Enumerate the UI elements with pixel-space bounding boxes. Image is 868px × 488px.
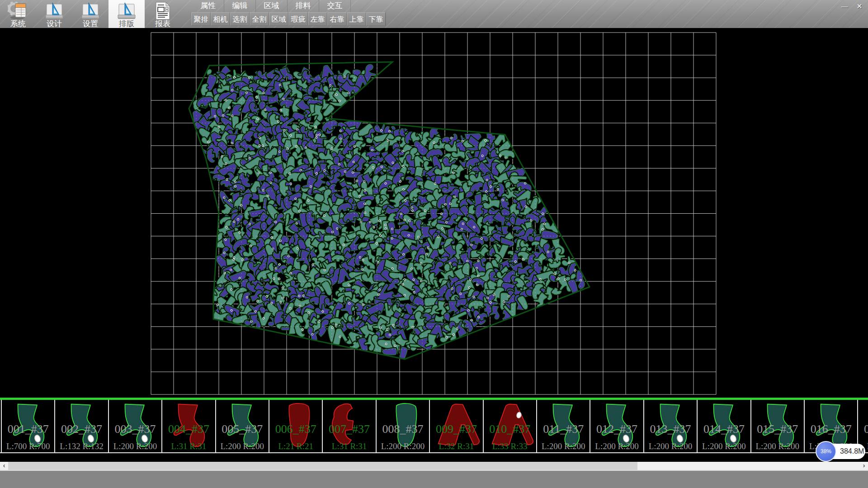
- piece-thumbnail[interactable]: 006_#37 L:21 R:21: [269, 400, 322, 453]
- main-toolbar: 系统 设计 设置 排版 报表属性编辑区域排料交互聚排相机选割全割区域瑕疵左靠右靠…: [0, 0, 868, 28]
- piece-lr-count: L:31 R:31: [162, 441, 215, 451]
- menu-tab[interactable]: 编辑: [224, 0, 256, 12]
- piece-thumbnail[interactable]: 004_#37 L:31 R:31: [161, 400, 215, 453]
- piece-lr-count: L:200 R:200: [751, 441, 804, 451]
- scroll-right-button[interactable]: ›: [860, 462, 868, 470]
- piece-id: 004_#37: [162, 422, 215, 436]
- piece-thumbnail[interactable]: 014_#37 L:200 R:200: [697, 400, 750, 453]
- piece-id: 013_#37: [644, 422, 697, 436]
- piece-lr-count: L:200 R:200: [109, 441, 161, 451]
- piece-thumbnail[interactable]: 013_#37 L:200 R:200: [643, 400, 697, 453]
- tool-button[interactable]: 聚排: [191, 12, 211, 26]
- piece-id: 001_#37: [2, 422, 54, 436]
- piece-id: 006_#37: [269, 422, 322, 436]
- piece-lr-count: L:200 R:200: [216, 441, 269, 451]
- scrollbar-thumb[interactable]: [8, 462, 637, 470]
- bigbutton-design-triangle[interactable]: 设计: [36, 0, 72, 28]
- bigbutton-label: 设计: [36, 20, 72, 28]
- piece-lr-count: L:32 R:31: [430, 441, 482, 451]
- piece-id: 017_#37: [858, 422, 868, 436]
- piece-lr-count: L:200 R:200: [590, 441, 643, 451]
- scroll-left-button[interactable]: ‹: [0, 462, 8, 470]
- nesting-triangle-icon: [116, 1, 137, 20]
- report-doc-icon: [152, 1, 173, 20]
- tool-button[interactable]: 左靠: [308, 12, 327, 26]
- nesting-canvas[interactable]: [0, 28, 868, 398]
- piece-id: 010_#37: [484, 422, 536, 436]
- menu-tab[interactable]: 排料: [288, 0, 319, 12]
- tool-button[interactable]: 区域: [269, 12, 288, 26]
- piece-lr-count: L:21 R:21: [269, 441, 322, 451]
- piece-id: 005_#37: [216, 422, 269, 436]
- piece-thumbnail[interactable]: 010_#37 L:33 R:33: [483, 400, 536, 453]
- tool-button[interactable]: 相机: [211, 12, 230, 26]
- piece-id: 009_#37: [430, 422, 482, 436]
- piece-thumbnail[interactable]: 007_#37 L:31 R:31: [322, 400, 375, 453]
- settings-triangle-icon: [80, 1, 101, 20]
- bigbutton-system-gear[interactable]: 系统: [0, 0, 36, 28]
- piece-thumbnail[interactable]: 012_#37 L:200 R:200: [590, 400, 643, 453]
- tool-button[interactable]: 下靠: [366, 12, 386, 26]
- close-button[interactable]: ✕: [853, 1, 866, 11]
- pieces-strip: 001_#37 L:700 R:700 002_#37 L:132 R:132 …: [0, 400, 868, 453]
- memory-badge: 38% 384.8M: [816, 444, 865, 459]
- tool-button[interactable]: 全割: [250, 12, 269, 26]
- piece-id: 002_#37: [55, 422, 108, 436]
- piece-thumbnail[interactable]: 002_#37 L:132 R:132: [54, 400, 108, 453]
- piece-id: 003_#37: [109, 422, 161, 436]
- piece-lr-count: L:200 R:200: [537, 441, 590, 451]
- bigbutton-nesting-triangle[interactable]: 排版: [108, 0, 145, 28]
- tool-button[interactable]: 瑕疵: [288, 12, 308, 26]
- menu-tab[interactable]: 属性: [193, 0, 224, 12]
- memory-label: 384.8M: [840, 447, 864, 455]
- bigbutton-label: 系统: [0, 20, 36, 28]
- piece-lr-count: L:31 R:31: [323, 441, 375, 451]
- piece-id: 011_#37: [537, 422, 590, 436]
- piece-thumbnail[interactable]: 009_#37 L:32 R:31: [429, 400, 482, 453]
- piece-id: 008_#37: [377, 422, 429, 436]
- bigbutton-label: 报表: [145, 20, 181, 28]
- piece-lr-count: L:200 R:200: [377, 441, 429, 451]
- piece-id: 016_#37: [805, 422, 857, 436]
- system-gear-icon: [8, 1, 28, 20]
- piece-thumbnail[interactable]: 001_#37 L:700 R:700: [1, 400, 54, 453]
- strip-bottom-border: [0, 452, 868, 453]
- menu-tab[interactable]: 交互: [319, 0, 351, 12]
- window-bottom-area: [0, 471, 868, 488]
- piece-thumbnail[interactable]: 008_#37 L:200 R:200: [376, 400, 429, 453]
- tool-button[interactable]: 右靠: [327, 12, 347, 26]
- piece-lr-count: L:200 R:200: [644, 441, 697, 451]
- piece-lr-count: L:132 R:132: [55, 441, 108, 451]
- bigbutton-label: 排版: [108, 20, 145, 28]
- piece-id: 014_#37: [698, 422, 750, 436]
- tool-button[interactable]: 上靠: [347, 12, 366, 26]
- piece-thumbnail[interactable]: 005_#37 L:200 R:200: [215, 400, 269, 453]
- piece-lr-count: L:200 R:200: [698, 441, 750, 451]
- bigbutton-label: 设置: [72, 20, 108, 28]
- percent-badge: 38%: [816, 441, 836, 462]
- design-triangle-icon: [44, 1, 65, 20]
- piece-id: 012_#37: [590, 422, 643, 436]
- piece-thumbnail[interactable]: 003_#37 L:200 R:200: [108, 400, 161, 453]
- piece-thumbnail[interactable]: 015_#37 L:200 R:200: [750, 400, 804, 453]
- piece-id: 015_#37: [751, 422, 804, 436]
- horizontal-scrollbar[interactable]: ‹ ›: [0, 462, 868, 470]
- piece-lr-count: L:700 R:700: [2, 441, 54, 451]
- bigbutton-report-doc[interactable]: 报表: [145, 0, 181, 28]
- minimize-button[interactable]: —: [838, 1, 851, 11]
- menu-tab[interactable]: 区域: [256, 0, 288, 12]
- piece-id: 007_#37: [323, 422, 375, 436]
- bigbutton-settings-triangle[interactable]: 设置: [72, 0, 108, 28]
- tool-button[interactable]: 选割: [230, 12, 250, 26]
- piece-lr-count: L:33 R:33: [484, 441, 536, 451]
- piece-thumbnail[interactable]: 011_#37 L:200 R:200: [536, 400, 590, 453]
